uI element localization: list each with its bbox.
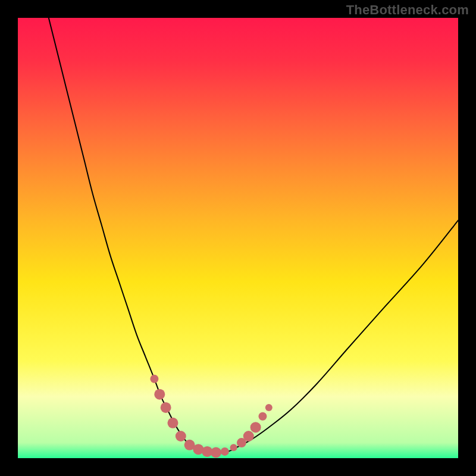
curve-marker bbox=[230, 444, 237, 451]
curve-marker bbox=[265, 404, 273, 411]
curve-marker bbox=[258, 412, 267, 421]
curve-marker bbox=[243, 431, 254, 441]
chart-svg bbox=[18, 18, 458, 458]
curve-marker bbox=[150, 375, 158, 383]
curve-marker bbox=[176, 431, 186, 441]
chart-frame: TheBottleneck.com bbox=[0, 0, 476, 476]
plot-area bbox=[18, 18, 458, 458]
watermark-text: TheBottleneck.com bbox=[346, 2, 469, 18]
curve-marker bbox=[250, 422, 261, 433]
curve-marker bbox=[154, 389, 165, 400]
curve-marker bbox=[161, 402, 171, 413]
gradient-background bbox=[18, 18, 458, 458]
curve-marker bbox=[221, 447, 229, 456]
curve-marker bbox=[211, 447, 221, 458]
curve-marker bbox=[167, 418, 178, 428]
